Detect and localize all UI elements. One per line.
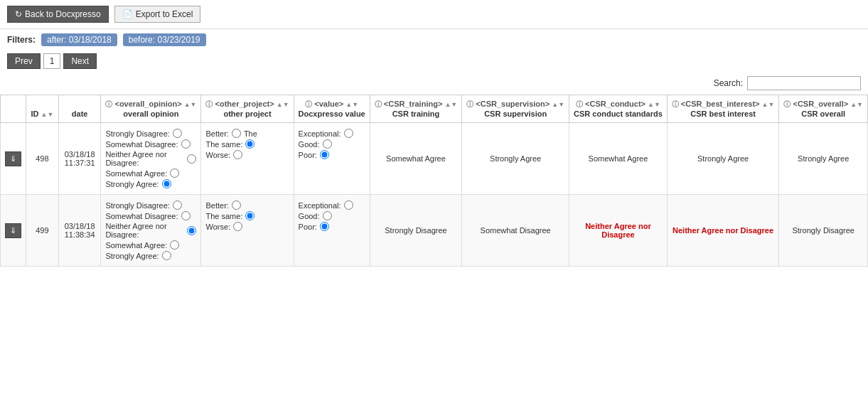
- back-icon: ↻: [15, 9, 22, 19]
- radio-input[interactable]: [323, 139, 332, 149]
- overall-opinion-cell: Strongly Disagree:Somewhat Disagree:Neit…: [101, 195, 201, 267]
- table-header-row: ID ▲▼ date ⓘ <overall_opinion> ▲▼ overal…: [1, 95, 868, 123]
- radio-label: Neither Agree nor Disagree:: [105, 150, 184, 167]
- col-csr-best-interest: ⓘ <CSR_best_interest> ▲▼ CSR best intere…: [667, 95, 779, 123]
- radio-label: Good:: [299, 140, 320, 149]
- radio-option: Strongly Disagree:: [105, 129, 196, 138]
- csr-conduct-help-icon: ⓘ: [576, 100, 583, 108]
- col-overall-opinion-sub: overall opinion: [123, 109, 178, 118]
- top-bar: ↻ Back to Docxpresso 📄 Export to Excel: [0, 0, 868, 29]
- radio-label: Strongly Disagree:: [105, 201, 170, 210]
- download-button[interactable]: ⇓: [5, 223, 21, 238]
- csr-best-interest-cell: Neither Agree nor Disagree: [667, 195, 779, 267]
- radio-label: Exceptional:: [299, 129, 341, 138]
- csr-supervision-cell: Strongly Agree: [462, 123, 569, 195]
- col-csr-conduct: ⓘ <CSR_conduct> ▲▼ CSR conduct standards: [569, 95, 668, 123]
- radio-input[interactable]: [344, 129, 353, 138]
- radio-input[interactable]: [187, 226, 196, 235]
- col-other-project-sub: other project: [223, 109, 271, 118]
- page-number: 1: [43, 53, 61, 69]
- table-row: ⇓49903/18/18 11:38:34Strongly Disagree:S…: [1, 195, 868, 267]
- col-value: ⓘ <value> ▲▼ Docxpresso value: [294, 95, 370, 123]
- back-button[interactable]: ↻ Back to Docxpresso: [7, 6, 109, 23]
- radio-input[interactable]: [181, 211, 191, 220]
- value-cell: Exceptional:Good:Poor:: [294, 123, 370, 195]
- radio-label: Somewhat Disagree:: [105, 140, 178, 149]
- radio-label: Strongly Agree:: [105, 252, 159, 260]
- radio-option: Neither Agree nor Disagree:: [105, 222, 196, 239]
- next-button[interactable]: Next: [63, 53, 97, 69]
- radio-label: Strongly Agree:: [105, 180, 159, 188]
- radio-input[interactable]: [320, 150, 329, 159]
- col-csr-training: ⓘ <CSR_training> ▲▼ CSR training: [370, 95, 461, 123]
- col-overall-opinion: ⓘ <overall_opinion> ▲▼ overall opinion: [101, 95, 201, 123]
- value-help-icon: ⓘ: [305, 100, 312, 108]
- radio-input[interactable]: [245, 139, 254, 149]
- id-cell: 499: [26, 195, 59, 267]
- filters-label: Filters:: [7, 35, 36, 45]
- radio-option: Neither Agree nor Disagree:: [105, 150, 196, 167]
- filter-before: before: 03/23/2019: [123, 33, 206, 46]
- radio-input[interactable]: [344, 200, 353, 210]
- csr-training-help-icon: ⓘ: [375, 100, 382, 108]
- col-csr-overall-main: <CSR_overall> ▲▼: [793, 100, 863, 108]
- col-csr-training-main: <CSR_training> ▲▼: [384, 100, 457, 108]
- filter-after: after: 03/18/2018: [41, 33, 117, 46]
- csr-supervision-cell: Somewhat Disagree: [462, 195, 569, 267]
- download-button[interactable]: ⇓: [5, 151, 21, 166]
- radio-label: Worse:: [205, 223, 230, 231]
- radio-input[interactable]: [162, 179, 171, 188]
- col-id-label: ID ▲▼: [31, 109, 53, 118]
- radio-option: Somewhat Agree:: [105, 240, 196, 250]
- export-button[interactable]: 📄 Export to Excel: [114, 6, 201, 23]
- export-label: Export to Excel: [136, 9, 193, 19]
- radio-input[interactable]: [173, 200, 182, 210]
- col-csr-supervision-sub: CSR supervision: [484, 109, 547, 118]
- col-date: date: [58, 95, 101, 123]
- radio-input[interactable]: [187, 154, 196, 164]
- csr-overall-cell: Strongly Disagree: [779, 195, 868, 267]
- radio-input[interactable]: [170, 240, 179, 250]
- radio-input[interactable]: [170, 169, 179, 178]
- radio-option: Exceptional:: [299, 200, 365, 210]
- csr-supervision-help-icon: ⓘ: [466, 100, 473, 108]
- radio-input[interactable]: [173, 129, 182, 138]
- table-body: ⇓49803/18/18 11:37:31Strongly Disagree:S…: [1, 123, 868, 267]
- search-label: Search:: [714, 78, 743, 88]
- radio-option: Poor:: [299, 150, 365, 159]
- radio-option: Exceptional:: [299, 129, 365, 138]
- prev-button[interactable]: Prev: [7, 53, 41, 69]
- csr-training-cell: Somewhat Agree: [370, 123, 461, 195]
- col-date-label: date: [72, 109, 88, 118]
- radio-label: The same:: [205, 140, 242, 149]
- radio-label: The same:: [205, 212, 242, 220]
- col-download: [1, 95, 26, 123]
- radio-input[interactable]: [162, 251, 171, 260]
- radio-input[interactable]: [232, 200, 241, 210]
- search-input[interactable]: [747, 76, 861, 90]
- value-cell: Exceptional:Good:Poor:: [294, 195, 370, 267]
- filters-bar: Filters: after: 03/18/2018 before: 03/23…: [0, 29, 868, 50]
- date-cell: 03/18/18 11:38:34: [58, 195, 101, 267]
- radio-option: Somewhat Disagree:: [105, 139, 196, 149]
- radio-label: Neither Agree nor Disagree:: [105, 222, 184, 239]
- radio-input[interactable]: [232, 129, 241, 138]
- data-table: ID ▲▼ date ⓘ <overall_opinion> ▲▼ overal…: [0, 95, 868, 267]
- radio-input[interactable]: [233, 150, 242, 159]
- csr-training-cell: Strongly Disagree: [370, 195, 461, 267]
- radio-input[interactable]: [323, 211, 332, 220]
- download-cell: ⇓: [1, 195, 26, 267]
- radio-option: Somewhat Agree:: [105, 169, 196, 178]
- pagination-bar: Prev 1 Next: [0, 50, 868, 72]
- radio-input[interactable]: [233, 222, 242, 231]
- col-csr-conduct-sub: CSR conduct standards: [574, 109, 663, 118]
- radio-label: Poor:: [299, 223, 317, 231]
- radio-input[interactable]: [181, 139, 191, 149]
- col-csr-best-interest-main: <CSR_best_interest> ▲▼: [681, 100, 775, 108]
- radio-option: Worse:: [205, 222, 289, 231]
- radio-input[interactable]: [320, 222, 329, 231]
- id-cell: 498: [26, 123, 59, 195]
- csr-overall-cell: Strongly Agree: [779, 123, 868, 195]
- export-icon: 📄: [122, 9, 133, 19]
- radio-input[interactable]: [245, 211, 254, 220]
